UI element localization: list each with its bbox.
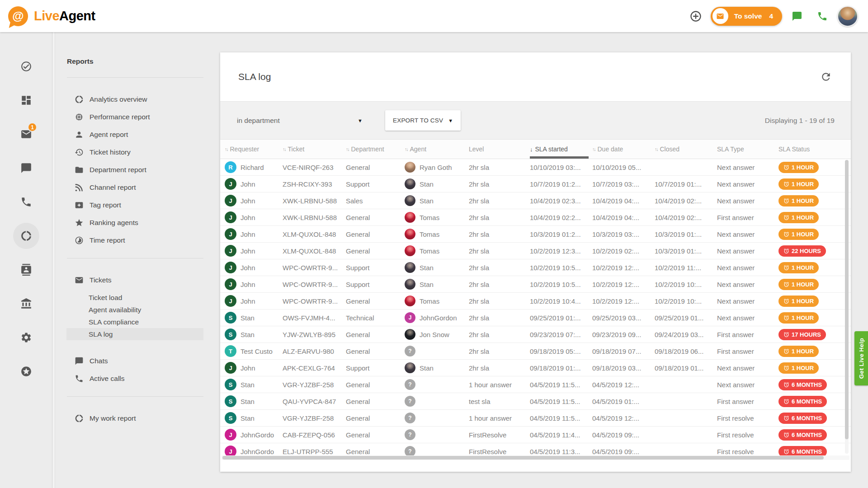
- rail-item-contacts[interactable]: [9, 253, 43, 286]
- table-row[interactable]: J John WPC-OWRTR-9... Support Stan 2hr s…: [220, 259, 851, 276]
- requester-name: Stan: [241, 414, 255, 422]
- agent-cell: Stan: [405, 195, 469, 206]
- requester-name: John: [241, 264, 255, 272]
- sidebar-subitem-sla-log[interactable]: SLA log: [66, 328, 203, 340]
- sidebar-item-department-report[interactable]: Department report: [55, 161, 217, 178]
- requester-name: Stan: [241, 314, 255, 322]
- table-row[interactable]: J John WPC-OWRTR-9... Support Stan 2hr s…: [220, 276, 851, 293]
- column-header-requester[interactable]: ↑↓ Requester: [225, 140, 283, 159]
- column-header-department[interactable]: ↑↓ Department: [346, 140, 405, 159]
- sla-started-cell: 09/18/2019 05:...: [530, 347, 592, 355]
- table-row[interactable]: S Stan YJW-ZWLYB-895 General Jon Snow 2h…: [220, 326, 851, 343]
- table-row[interactable]: J John XWK-LRBNU-588 Sales Stan 2hr sla …: [220, 192, 851, 209]
- rail-item-tickets[interactable]: 1: [9, 117, 43, 151]
- sidebar-item-analytics-overview[interactable]: Analytics overview: [55, 90, 217, 108]
- rail-item-dashboard[interactable]: [9, 83, 43, 117]
- table-row[interactable]: S Stan QAU-YVPCA-847 General ? test sla …: [220, 393, 851, 410]
- sidebar-item-tickets[interactable]: Tickets: [55, 271, 217, 289]
- sidebar-subitem-ticket-load[interactable]: Ticket load: [66, 291, 203, 304]
- sidebar-item-chats[interactable]: Chats: [55, 352, 217, 370]
- column-header-sla-started[interactable]: ↓ SLA started: [530, 140, 592, 159]
- requester-avatar: J: [225, 278, 236, 290]
- department-filter-select[interactable]: in department ▼: [237, 117, 367, 125]
- rail-item-chats[interactable]: [9, 151, 43, 185]
- sidebar-title: Reports: [55, 57, 217, 67]
- table-row[interactable]: J JohnGordo CAB-FZEPQ-056 General ? Firs…: [220, 427, 851, 443]
- rail-item-calls[interactable]: [9, 185, 43, 219]
- sidebar-subitem-sla-compliance[interactable]: SLA compliance: [66, 316, 203, 328]
- sidebar-item-active-calls[interactable]: Active calls: [55, 370, 217, 387]
- table-row[interactable]: J JohnGordo ELJ-UTRPP-555 General ? Firs…: [220, 443, 851, 455]
- sidebar-item-ticket-history[interactable]: Ticket history: [55, 143, 217, 161]
- user-avatar[interactable]: [837, 6, 858, 27]
- rail-item-todo[interactable]: [9, 49, 43, 83]
- table-row[interactable]: J John WPC-OWRTR-9... General Tomas 2hr …: [220, 293, 851, 310]
- sidebar-item-tag-report[interactable]: Tag report: [55, 196, 217, 214]
- closed-cell: 10/3/2019 01:...: [655, 230, 717, 238]
- rail-item-gamification[interactable]: [9, 354, 43, 388]
- sidebar-item-label: Performance report: [90, 113, 150, 121]
- column-header-due-date[interactable]: ↑↓ Due date: [592, 140, 655, 159]
- table-row[interactable]: J John XWK-LRBNU-588 General Tomas 2hr s…: [220, 209, 851, 226]
- sla-status-cell: 6 MONTHS: [778, 396, 851, 407]
- column-header-closed[interactable]: ↑↓ Closed: [655, 140, 717, 159]
- table-row[interactable]: J John APK-CEXLG-764 Support Stan 2hr sl…: [220, 360, 851, 376]
- ticket-cell: ALZ-EARVU-980: [283, 347, 346, 355]
- sidebar-subitem-agent-availability[interactable]: Agent availability: [66, 304, 203, 316]
- table-row[interactable]: S Stan VGR-YJZBF-258 General ? 1 hour an…: [220, 376, 851, 393]
- requester-cell: J John: [225, 245, 283, 257]
- table-header-row: ↑↓ Requester ↑↓ Ticket ↑↓ Department ↑↓ …: [220, 139, 851, 159]
- table-row[interactable]: J John XLM-QUXOL-848 General Tomas 2hr s…: [220, 226, 851, 243]
- column-header-ticket[interactable]: ↑↓ Ticket: [283, 140, 346, 159]
- table-row[interactable]: S Stan VGR-YJZBF-258 General ? 1 hour an…: [220, 410, 851, 427]
- rail-item-reports[interactable]: [9, 219, 43, 253]
- sla-started-cell: 10/2/2019 10:5...: [530, 281, 592, 288]
- rail-item-settings[interactable]: [9, 320, 43, 354]
- to-solve-button[interactable]: To solve 4: [711, 7, 782, 26]
- agent-cell: Stan: [405, 362, 469, 373]
- agent-avatar: ?: [405, 396, 415, 407]
- sidebar-item-time-report[interactable]: Time report: [55, 231, 217, 249]
- star-icon: [75, 218, 84, 227]
- table-row[interactable]: S Stan OWS-FVJMH-4... Technical JJohnGor…: [220, 310, 851, 326]
- sidebar-item-channel-report[interactable]: Channel report: [55, 178, 217, 196]
- column-header-agent[interactable]: ↑↓ Agent: [405, 140, 469, 159]
- folder-icon: [75, 165, 84, 174]
- requester-name: JohnGordo: [241, 448, 274, 455]
- level-cell: 2hr sla: [469, 214, 530, 221]
- status-label: 17 HOURS: [792, 331, 821, 338]
- sidebar-item-agent-report[interactable]: Agent report: [55, 126, 217, 143]
- rail-item-company[interactable]: [9, 286, 43, 320]
- level-cell: 2hr sla: [469, 164, 530, 171]
- table-row[interactable]: J John ZSH-RCIXY-393 Support Stan 2hr sl…: [220, 176, 851, 192]
- vertical-scrollbar[interactable]: [845, 160, 849, 454]
- mail-icon: [75, 276, 84, 285]
- refresh-button[interactable]: [820, 71, 832, 83]
- table-row[interactable]: J John XLM-QUXOL-848 General Tomas 2hr s…: [220, 243, 851, 259]
- add-button[interactable]: [685, 6, 706, 27]
- agent-avatar: ?: [405, 346, 415, 357]
- horizontal-scrollbar-thumb[interactable]: [222, 456, 824, 460]
- calls-button[interactable]: [812, 6, 833, 27]
- sidebar-item-my-work-report[interactable]: My work report: [55, 409, 217, 427]
- unread-badge: 1: [28, 122, 37, 132]
- level-cell: 2hr sla: [469, 314, 530, 322]
- horizontal-scrollbar[interactable]: [222, 455, 849, 460]
- table-row[interactable]: T Test Custo ALZ-EARVU-980 General ? 2hr…: [220, 343, 851, 360]
- sidebar-item-label: Tickets: [90, 276, 112, 284]
- sort-icon: ↑↓: [655, 146, 658, 152]
- ticket-cell: VGR-YJZBF-258: [283, 414, 346, 422]
- alarm-icon: [783, 332, 789, 338]
- chats-button[interactable]: [787, 6, 807, 27]
- vertical-scrollbar-thumb[interactable]: [845, 160, 849, 439]
- level-cell: 2hr sla: [469, 331, 530, 338]
- table-row[interactable]: R Richard VCE-NIRQF-263 General Ryan Got…: [220, 159, 851, 176]
- to-solve-label: To solve: [734, 12, 762, 20]
- sidebar-item-ranking-agents[interactable]: Ranking agents: [55, 214, 217, 231]
- export-to-csv-button[interactable]: EXPORT TO CSV ▼: [385, 110, 461, 131]
- get-live-help-tab[interactable]: Get Live Help: [854, 331, 868, 385]
- due-date-cell: 04/5/2019 09:...: [592, 431, 655, 439]
- agent-avatar: [405, 178, 415, 189]
- sidebar-item-performance-report[interactable]: Performance report: [55, 108, 217, 126]
- tag-icon: [75, 201, 84, 210]
